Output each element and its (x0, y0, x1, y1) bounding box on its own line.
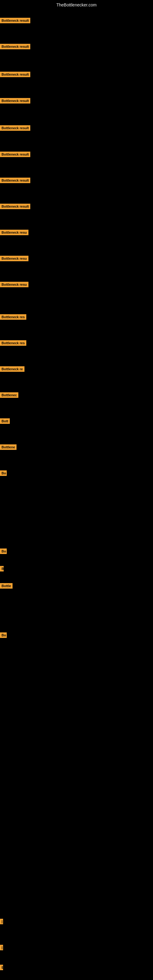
bottleneck-badge-16: Bott (0, 418, 10, 424)
bottleneck-badge-3: Bottleneck result (0, 72, 30, 77)
bottleneck-badge-18: Bo (0, 470, 7, 476)
bottleneck-badge-6: Bottleneck result (0, 151, 30, 157)
bottleneck-badge-23: Bottle (0, 583, 13, 589)
bottleneck-badge-21: Bo (0, 549, 7, 554)
bottleneck-badge-38: E (0, 965, 3, 970)
bottleneck-badge-37: | (0, 945, 3, 950)
bottleneck-badge-36: | (0, 919, 3, 924)
bottleneck-badge-14: Bottleneck re (0, 366, 24, 372)
bottleneck-badge-1: Bottleneck result (0, 18, 30, 23)
bottleneck-badge-2: Bottleneck result (0, 44, 30, 49)
site-title: TheBottlenecker.com (0, 0, 153, 10)
bottleneck-badge-10: Bottleneck resu (0, 256, 29, 261)
bottleneck-badge-11: Bottleneck resu (0, 282, 29, 287)
bottleneck-badge-8: Bottleneck result (0, 204, 30, 209)
bottleneck-badge-17: Bottlene (0, 444, 16, 450)
bottleneck-badge-25: Bo (0, 632, 7, 638)
bottleneck-badge-13: Bottleneck res (0, 340, 26, 346)
bottleneck-badge-22: B (0, 566, 4, 571)
bottleneck-badge-12: Bottleneck res (0, 314, 26, 320)
bottleneck-badge-7: Bottleneck result (0, 178, 30, 183)
bottleneck-badge-9: Bottleneck resu (0, 230, 29, 235)
bottleneck-badge-15: Bottlenec (0, 392, 18, 398)
bottleneck-badge-4: Bottleneck result (0, 98, 30, 103)
bottleneck-badge-5: Bottleneck result (0, 125, 30, 131)
